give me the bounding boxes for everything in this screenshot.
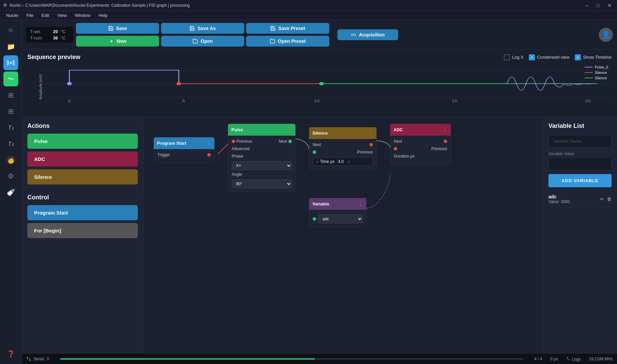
time-stepper-dec[interactable]: ‹ — [316, 159, 319, 164]
node-pulse-menu[interactable]: ⋮ — [287, 127, 292, 133]
sidebar-icon-gear[interactable]: ⚙ — [3, 169, 18, 184]
actions-title: Actions — [27, 122, 138, 130]
titlebar: ⚛ Nuclei – C:\Users\WAR\Documents\Nuclei… — [0, 0, 617, 11]
sidebar-icon-chart[interactable]: 〜 — [3, 72, 18, 86]
node-pulse: Pulse ⋮ Previous Next — [228, 124, 295, 192]
svg-point-0 — [10, 62, 11, 63]
open-preset-button[interactable]: Open Preset — [246, 36, 329, 47]
save-button[interactable]: Save — [76, 23, 159, 34]
delete-variable-button[interactable]: 🗑 — [607, 196, 612, 202]
svg-line-20 — [218, 144, 228, 154]
pulse-advanced-label: Advanced — [232, 146, 250, 151]
variable-value-input[interactable]: 0 — [548, 158, 612, 170]
time-stepper: ‹ Time μs 4.0 › — [313, 157, 373, 166]
open-button[interactable]: Open — [161, 36, 244, 47]
user-avatar[interactable]: 👤 — [599, 28, 613, 42]
pulse-next-port — [288, 140, 292, 143]
variable-dropdown[interactable]: adc — [318, 215, 363, 223]
node-program-start-title: Program Start — [157, 141, 186, 146]
canvas-area[interactable]: Program Start ⋮ Trigger Pulse ⋮ — [144, 117, 543, 353]
action-adc-button[interactable]: ADC — [27, 151, 138, 167]
action-for-button[interactable]: For [Begin] — [27, 223, 138, 238]
node-silence-menu[interactable]: ⋮ — [368, 130, 373, 136]
pulse-phase-select[interactable]: X+ — [232, 161, 292, 170]
save-preset-label: Save Preset — [278, 26, 305, 31]
legend-pulse-line — [585, 67, 593, 67]
svg-point-17 — [67, 82, 72, 85]
variable-port — [313, 217, 316, 221]
condensed-checkbox-group[interactable]: Condensed view — [529, 54, 569, 60]
condensed-checkbox[interactable] — [529, 54, 535, 60]
save-as-button[interactable]: Save As — [161, 23, 244, 34]
node-adc-menu[interactable]: ⋮ — [442, 127, 447, 133]
variable-list-title: Variable List — [548, 122, 612, 130]
sidebar-icon-person[interactable]: 🧑 — [3, 152, 18, 167]
var-item-name: adc — [548, 194, 570, 199]
statusbar-right: 0 μs Logs 19.2188 MHz — [550, 356, 613, 362]
sidebar-icon-wireless[interactable] — [3, 55, 18, 70]
sidebar-icon-atom[interactable]: ⚛ — [3, 23, 18, 38]
menu-view[interactable]: View — [54, 11, 70, 19]
adc-prev-port — [394, 147, 397, 150]
time-stepper-inc[interactable]: › — [347, 159, 350, 164]
var-value-label: Variable Value — [548, 151, 612, 156]
node-silence: Silence ⋮ Next Previous ‹ — [309, 127, 377, 170]
timeline-checkbox[interactable] — [575, 54, 581, 60]
edit-variable-button[interactable]: ✏ — [600, 196, 604, 202]
user-area: 👤 — [599, 28, 613, 42]
node-variable-menu[interactable]: ⋮ — [358, 201, 363, 207]
svg-point-18 — [176, 82, 181, 85]
toolbar: T-set: 20 °C T-curr: 36 °C Save Save As — [22, 20, 617, 50]
timeline-checkbox-group[interactable]: Show Timeline — [575, 54, 612, 60]
sidebar-icon-t2[interactable]: T₂ — [3, 136, 18, 151]
node-adc: ADC ⋮ Next Previous Duration — [390, 124, 451, 165]
pulse-phase-label: Phase — [232, 154, 243, 159]
minimize-button[interactable]: – — [583, 2, 591, 9]
time-status: 0 μs — [550, 357, 558, 361]
chart-legend: Pulse_0 Silence Silence — [585, 65, 608, 80]
menu-edit[interactable]: Edit — [38, 11, 52, 19]
statusbar: Serial: 0 4 / 4 0 μs Logs 19.2188 MHz — [22, 353, 617, 364]
close-button[interactable]: ✕ — [605, 2, 614, 9]
save-as-label: Save As — [198, 26, 216, 31]
temperature-group: T-set: 20 °C T-curr: 36 °C — [26, 27, 73, 43]
progress-fill — [60, 358, 315, 360]
new-button[interactable]: New — [76, 36, 159, 47]
menu-file[interactable]: File — [23, 11, 37, 19]
variable-name-input[interactable] — [548, 135, 612, 147]
adc-duration-label: Duration μs — [394, 154, 415, 159]
action-program-start-button[interactable]: Program Start — [27, 205, 138, 220]
node-pulse-title: Pulse — [231, 127, 243, 132]
menu-window[interactable]: Window — [71, 11, 94, 19]
sidebar-icon-table[interactable]: ⊞ — [3, 88, 18, 103]
node-program-start-menu[interactable]: ⋮ — [206, 140, 211, 146]
action-pulse-button[interactable]: Pulse — [27, 134, 138, 149]
node-adc-title: ADC — [393, 127, 403, 132]
pulse-angle-select[interactable]: 90° — [232, 179, 292, 188]
sidebar-icon-baby[interactable]: 🍼 — [3, 185, 18, 200]
action-silence-button[interactable]: Silence — [27, 169, 138, 185]
control-title: Control — [27, 194, 138, 201]
logx-checkbox-group[interactable]: Log X — [504, 54, 523, 60]
save-preset-button[interactable]: Save Preset — [246, 23, 329, 34]
tset-label: T-set: — [30, 29, 50, 34]
menu-help[interactable]: Help — [95, 11, 111, 19]
preview-title: Sequence preview — [27, 54, 80, 61]
maximize-button[interactable]: □ — [594, 2, 602, 9]
logx-checkbox[interactable] — [504, 54, 510, 60]
pulse-prev-label: Previous — [236, 139, 252, 144]
y-axis-label: Amplitude [mV] — [38, 75, 43, 100]
sidebar-icon-t1[interactable]: T₁ — [3, 120, 18, 135]
time-stepper-label: Time μs — [320, 159, 334, 164]
serial-value: 0 — [47, 357, 49, 361]
sidebar-icon-add-panel[interactable]: ⊞ — [3, 104, 18, 119]
pulse-prev-port — [232, 140, 235, 143]
sidebar-icon-help[interactable]: ❓ — [3, 346, 18, 361]
legend-silence1: Silence — [585, 71, 608, 75]
save-label: Save — [116, 26, 127, 31]
acquisition-button[interactable]: Acquisition — [337, 29, 398, 40]
new-label: New — [117, 38, 127, 44]
add-variable-button[interactable]: ADD VARIABLE — [548, 174, 612, 187]
sidebar-icon-folder[interactable]: 📁 — [3, 39, 18, 54]
menu-nuclei[interactable]: Nuclei — [3, 11, 22, 19]
